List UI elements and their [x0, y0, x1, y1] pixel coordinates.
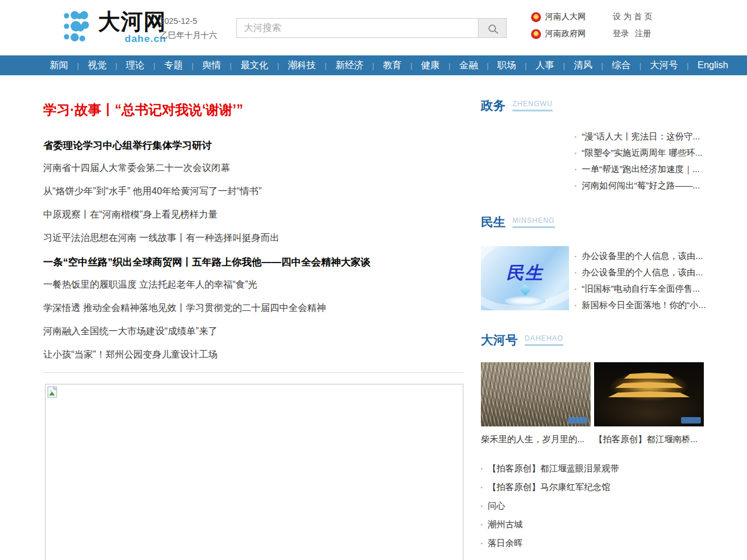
list-item[interactable]: ▪河南如何闯出“莓”好之路——...: [575, 177, 704, 194]
nav-item-dahehao[interactable]: 大河号: [641, 60, 687, 72]
gov-link-zhengfu[interactable]: ★ 河南政府网: [531, 29, 586, 39]
main-content: 学习·故事丨“总书记对我说‘谢谢’” 省委理论学习中心组举行集体学习研讨 河南省…: [43, 75, 704, 560]
watermark-logo: [681, 417, 701, 424]
list-item[interactable]: ▪一单“帮送”跑出经济加速度｜...: [575, 161, 704, 177]
nav-item-qingfeng[interactable]: 清风: [565, 60, 601, 72]
nav-item-education[interactable]: 教育: [374, 60, 410, 72]
main-nav: 新闻| 视觉| 理论| 专题| 舆情| 最文化| 潮科技| 新经济| 教育| 健…: [0, 55, 747, 75]
headline-item[interactable]: 河南融入全国统一大市场建设“成绩单”来了: [43, 326, 463, 349]
logo-dots-icon: [63, 10, 95, 43]
dahehao-link-list: ▪【拍客原创】都江堰蓝眼泪景观带 ▪【拍客原创】马尔康红军纪念馆 ▪问心 ▪潮州…: [481, 459, 704, 552]
bullet-icon: ▪: [481, 522, 483, 527]
nav-item-economy[interactable]: 新经济: [327, 60, 372, 72]
photo-caption[interactable]: 【拍客原创】都江堰南桥...: [594, 434, 704, 445]
dahehao-photo-nanqiao[interactable]: [594, 362, 704, 426]
set-home-link[interactable]: 设为首页: [613, 12, 655, 22]
list-item[interactable]: ▪潮州古城: [481, 515, 704, 534]
list-item[interactable]: ▪“旧国标”电动自行车全面停售...: [575, 281, 706, 297]
date-lunar: 乙巳年十月十六: [160, 28, 217, 42]
bullet-icon: ▪: [575, 167, 577, 172]
divider: [43, 372, 463, 373]
section-subtitle-zhengwu: ZHENGWU: [512, 99, 553, 111]
bullet-icon: ▪: [575, 150, 577, 156]
zhengwu-link-list: ▪“漫”话人大丨宪法日：这份守... ▪“限塑令”实施近两周年 哪些环... ▪…: [575, 128, 704, 194]
headline-item[interactable]: 习近平法治思想在河南 一线故事丨有一种选择叫挺身而出: [43, 232, 463, 256]
article-image-placeholder: [45, 384, 463, 560]
top-story-headline[interactable]: 学习·故事丨“总书记对我说‘谢谢’”: [43, 101, 463, 119]
nav-item-tech[interactable]: 潮科技: [279, 60, 324, 72]
bullet-icon: ▪: [575, 254, 577, 259]
link-label: 落日余晖: [488, 538, 523, 549]
minsheng-thumbnail[interactable]: 民生: [481, 246, 569, 310]
headline-item[interactable]: 一餐热饭里的履职温度 立法托起老年人的幸福“食”光: [43, 279, 463, 302]
link-label: “漫”话人大丨宪法日：这份守...: [582, 131, 700, 142]
bullet-icon: ▪: [481, 503, 483, 509]
national-emblem-icon: ★: [531, 12, 541, 22]
headline-item[interactable]: 一条“空中丝路”织出全球商贸网丨五年路上你我他——四中全会精神大家谈: [43, 256, 463, 279]
section-subtitle-dahehao: DAHEHAO: [525, 333, 563, 346]
bullet-icon: ▪: [575, 183, 577, 188]
bullet-icon: ▪: [575, 303, 577, 308]
list-item[interactable]: ▪问心: [481, 496, 704, 515]
temple-roof-graphic: [615, 382, 683, 388]
nav-item-english[interactable]: English: [689, 60, 736, 71]
nav-item-special[interactable]: 专题: [155, 60, 191, 72]
section-title-zhengwu[interactable]: 政务: [481, 99, 505, 111]
logo-subtitle: dahe.cn: [98, 34, 166, 44]
login-link[interactable]: 登录: [613, 29, 629, 39]
nav-item-health[interactable]: 健康: [413, 60, 449, 72]
nav-item-finance[interactable]: 金融: [451, 60, 487, 72]
nav-item-visual[interactable]: 视觉: [79, 60, 115, 72]
site-logo[interactable]: 大河网 dahe.cn: [63, 10, 166, 44]
headline-item[interactable]: 河南省十四届人大常委会第二十一次会议闭幕: [43, 162, 463, 186]
headline-item[interactable]: 省委理论学习中心组举行集体学习研讨: [43, 139, 463, 162]
list-item[interactable]: ▪新国标今日全面落地！你的“小...: [575, 297, 706, 313]
watermark-logo: [568, 417, 588, 424]
nav-item-news[interactable]: 新闻: [41, 60, 77, 72]
headline-item[interactable]: 中原观察丨在“河南楷模”身上看见榜样力量: [43, 209, 463, 232]
nav-item-culture[interactable]: 最文化: [232, 60, 277, 72]
search-button[interactable]: [478, 19, 506, 37]
nav-item-career[interactable]: 职场: [488, 60, 525, 72]
bullet-icon: ▪: [575, 270, 577, 275]
link-label: 【拍客原创】都江堰蓝眼泪景观带: [488, 463, 619, 474]
sidebar: 政务 ZHENGWU ▪“漫”话人大丨宪法日：这份守... ▪“限塑令”实施近两…: [481, 75, 704, 560]
link-label: “限塑令”实施近两周年 哪些环...: [582, 148, 703, 159]
national-emblem-icon: ★: [531, 29, 541, 39]
list-item[interactable]: ▪“漫”话人大丨宪法日：这份守...: [575, 128, 704, 145]
link-label: “旧国标”电动自行车全面停售...: [582, 284, 700, 295]
section-dahehao: 大河号 DAHEHAO 柴禾里的人生，岁月里的... 【拍客原创】都江堰南桥..…: [481, 333, 704, 552]
link-label: 潮州古城: [488, 519, 523, 530]
gov-link-renda[interactable]: ★ 河南人大网: [531, 12, 586, 22]
photo-caption[interactable]: 柴禾里的人生，岁月里的...: [481, 434, 591, 445]
nav-item-theory[interactable]: 理论: [117, 60, 153, 72]
headline-item[interactable]: 让小孩“当家”！郑州公园变身儿童设计工场: [43, 349, 463, 372]
nav-item-yuqing[interactable]: 舆情: [194, 60, 230, 72]
list-item[interactable]: ▪办公设备里的个人信息，该由...: [575, 264, 706, 281]
nav-item-renshi[interactable]: 人事: [527, 60, 563, 72]
minsheng-link-list: ▪办公设备里的个人信息，该由... ▪办公设备里的个人信息，该由... ▪“旧国…: [575, 248, 706, 313]
search-input[interactable]: [237, 19, 478, 37]
temple-roof-graphic: [624, 373, 674, 379]
list-item[interactable]: ▪办公设备里的个人信息，该由...: [575, 248, 706, 264]
list-item[interactable]: ▪【拍客原创】马尔康红军纪念馆: [481, 478, 704, 496]
headline-item[interactable]: 学深悟透 推动全会精神落地见效丨学习贯彻党的二十届四中全会精神: [43, 302, 463, 326]
pedestal-graphic: [505, 296, 546, 306]
section-title-dahehao[interactable]: 大河号: [481, 334, 518, 346]
logo-title: 大河网: [98, 10, 166, 33]
broken-image-icon: [47, 386, 59, 398]
nav-item-zonghe[interactable]: 综合: [603, 60, 639, 72]
dahehao-photo-firewood[interactable]: [481, 362, 591, 426]
bullet-icon: ▪: [481, 541, 483, 546]
date-block: 2025-12-5 乙巳年十月十六: [160, 14, 217, 42]
section-zhengwu: 政务 ZHENGWU ▪“漫”话人大丨宪法日：这份守... ▪“限塑令”实施近两…: [481, 99, 704, 194]
headline-item[interactable]: 从“烙饼少年”到“水手” 他用40年给黄河写了一封“情书”: [43, 186, 463, 209]
list-item[interactable]: ▪落日余晖: [481, 534, 704, 552]
list-item[interactable]: ▪【拍客原创】都江堰蓝眼泪景观带: [481, 459, 704, 478]
list-item[interactable]: ▪“限塑令”实施近两周年 哪些环...: [575, 145, 704, 161]
link-label: 问心: [488, 501, 505, 512]
link-label: 新国标今日全面落地！你的“小...: [582, 300, 706, 311]
register-link[interactable]: 注册: [635, 29, 651, 39]
section-title-minsheng[interactable]: 民生: [481, 216, 505, 228]
bullet-icon: ▪: [575, 286, 577, 292]
